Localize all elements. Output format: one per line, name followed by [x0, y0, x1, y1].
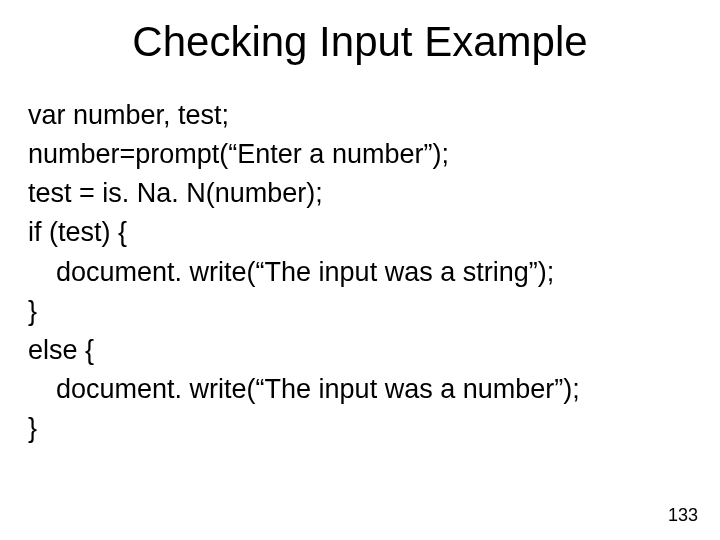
slide-title: Checking Input Example [0, 18, 720, 66]
code-line: } [28, 292, 692, 331]
code-line: document. write(“The input was a number”… [28, 370, 692, 409]
slide: Checking Input Example var number, test;… [0, 0, 720, 540]
code-line: if (test) { [28, 213, 692, 252]
code-line: document. write(“The input was a string”… [28, 253, 692, 292]
code-line: number=prompt(“Enter a number”); [28, 135, 692, 174]
code-line: var number, test; [28, 96, 692, 135]
page-number: 133 [668, 505, 698, 526]
code-block: var number, test; number=prompt(“Enter a… [28, 96, 692, 448]
code-line: test = is. Na. N(number); [28, 174, 692, 213]
code-line: else { [28, 331, 692, 370]
code-line: } [28, 409, 692, 448]
